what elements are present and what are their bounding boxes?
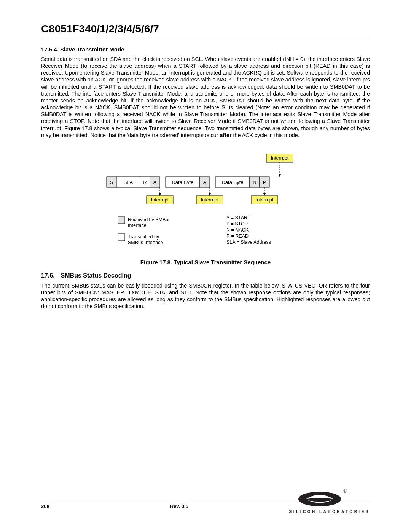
para-pre: Serial data is transmitted on SDA and th… — [41, 56, 370, 138]
svg-marker-13 — [158, 193, 161, 196]
svg-point-23 — [298, 492, 341, 506]
svg-marker-19 — [263, 193, 266, 196]
svg-marker-16 — [208, 193, 211, 196]
para-bold-after: after — [220, 132, 232, 138]
figure-caption: Figure 17.8. Typical Slave Transmitter S… — [41, 259, 370, 265]
seq-p: P — [263, 179, 266, 185]
key-sla: SLA = Slave Address — [226, 240, 271, 245]
svg-rect-22 — [118, 234, 125, 241]
key-p: P = STOP — [226, 221, 248, 227]
interrupt-label-3: Interrupt — [256, 197, 274, 203]
section-17-6-body: The current SMBus status can be easily d… — [41, 282, 370, 310]
brand-text: SILICON LABORATORIES — [289, 510, 370, 514]
timing-diagram-svg: Interrupt S SLA R A Data Byte A Data Byt… — [99, 154, 312, 253]
interrupt-label-1: Interrupt — [151, 197, 169, 203]
page-number: 208 — [41, 503, 49, 509]
legend-received-2: Interface — [128, 223, 147, 228]
seq-n: N — [253, 179, 256, 185]
rev-number: Rev. 0.5 — [170, 503, 188, 509]
interrupt-label-top: Interrupt — [271, 155, 289, 161]
svg-rect-21 — [118, 217, 125, 224]
seq-db2: Data Byte — [221, 179, 243, 185]
svg-text:®: ® — [343, 488, 347, 494]
interrupt-label-2: Interrupt — [201, 197, 219, 203]
key-r: R = READ — [226, 233, 249, 239]
seq-db1: Data Byte — [172, 179, 193, 185]
section-17-5-4-body: Serial data is transmitted on SDA and th… — [41, 56, 370, 139]
silicon-labs-logo: ® SILICON LABORATORIES — [289, 487, 370, 514]
legend-tx-2: SMBus Interface — [128, 240, 163, 245]
section-17-5-4-heading: 17.5.4. Slave Transmitter Mode — [41, 46, 370, 53]
seq-sla: SLA — [124, 179, 133, 185]
legend-tx-1: Transmitted by — [128, 234, 159, 240]
key-s: S = START — [226, 215, 250, 220]
seq-s: S — [110, 179, 113, 185]
seq-a1: A — [153, 179, 157, 185]
svg-marker-2 — [278, 174, 281, 177]
legend-received-1: Received by SMBus — [128, 217, 171, 222]
figure-17-8: Interrupt S SLA R A Data Byte A Data Byt… — [99, 154, 312, 254]
section-17-6-heading: 17.6. SMBus Status Decoding — [41, 272, 370, 279]
para-post: the ACK cycle in this mode. — [232, 132, 299, 138]
chip-title: C8051F340/1/2/3/4/5/6/7 — [41, 23, 370, 35]
key-n: N = NACK — [226, 227, 249, 233]
header-rule — [41, 39, 370, 39]
seq-r: R — [143, 179, 147, 185]
seq-a2: A — [203, 179, 207, 185]
